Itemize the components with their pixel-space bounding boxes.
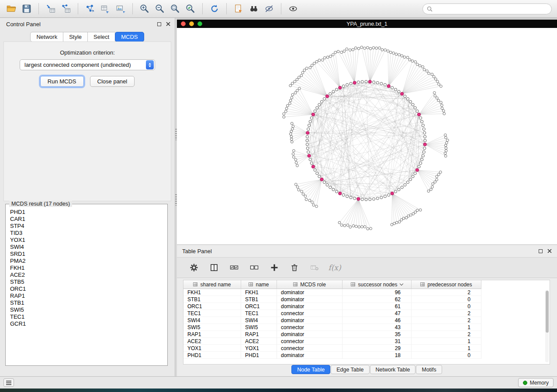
table-row[interactable]: YOX1YOX1connector291 (183, 345, 550, 352)
table-row[interactable]: TEC1TEC1connector472 (183, 310, 550, 317)
column-header-mcds-role[interactable]: MCDS role (277, 280, 343, 289)
table-cell[interactable]: dominator (277, 296, 343, 303)
open-session-button[interactable] (5, 3, 17, 15)
delete-column-button[interactable] (289, 262, 300, 273)
mcds-result-item[interactable]: YOX1 (10, 237, 166, 244)
table-cell[interactable]: STB1 (241, 296, 277, 303)
function-builder-button[interactable]: f(x) (329, 262, 340, 273)
select-all-columns-button[interactable] (228, 262, 240, 273)
table-cell[interactable]: connector (277, 324, 343, 331)
network-window-titlebar[interactable]: YPA_prune.txt_1 (177, 20, 557, 28)
table-cell[interactable]: ORC1 (241, 303, 277, 310)
optimization-criterion-select[interactable]: largest connected component (undirected) (20, 59, 155, 70)
network-canvas[interactable] (177, 28, 557, 244)
table-cell[interactable]: TEC1 (241, 310, 277, 317)
table-cell[interactable]: connector (277, 345, 343, 352)
table-cell[interactable]: 2 (412, 310, 481, 317)
run-mcds-button[interactable]: Run MCDS (40, 76, 84, 87)
table-cell[interactable]: 2 (412, 331, 481, 338)
save-session-button[interactable] (21, 3, 33, 15)
delete-table-button[interactable] (309, 262, 320, 273)
table-cell[interactable]: 29 (343, 345, 412, 352)
export-table-button[interactable] (99, 3, 111, 15)
table-row[interactable]: FKH1FKH1dominator962 (183, 289, 550, 296)
table-tab-motifs[interactable]: Motifs (416, 365, 442, 374)
show-columns-button[interactable] (208, 262, 220, 273)
table-cell[interactable]: ORC1 (183, 303, 241, 310)
column-header-name[interactable]: name (241, 280, 277, 289)
table-cell[interactable]: RAP1 (241, 331, 277, 338)
search-box[interactable] (422, 3, 552, 14)
import-table-button[interactable] (45, 3, 57, 15)
tab-style[interactable]: Style (63, 32, 88, 42)
mcds-result-list[interactable]: PHD1CAR1STP4TID3YOX1SWI4SRD1PMA2FKH1ACE2… (10, 209, 166, 364)
mcds-result-item[interactable]: ORC1 (10, 285, 166, 292)
mcds-result-item[interactable]: TEC1 (10, 313, 166, 320)
mcds-result-item[interactable]: SRD1 (10, 251, 166, 258)
tab-mcds[interactable]: MCDS (115, 32, 144, 42)
memory-status-button[interactable]: Memory (518, 378, 554, 387)
table-cell[interactable]: 31 (343, 338, 412, 345)
table-cell[interactable]: dominator (277, 289, 343, 296)
table-cell[interactable]: dominator (277, 317, 343, 324)
table-cell[interactable]: dominator (277, 303, 343, 310)
table-cell[interactable]: ACE2 (183, 338, 241, 345)
export-network-button[interactable] (84, 3, 96, 15)
table-cell[interactable]: 35 (343, 331, 412, 338)
table-row[interactable]: PHD1PHD1dominator180 (183, 352, 550, 359)
float-panel-icon[interactable] (157, 22, 161, 26)
table-tab-network-table[interactable]: Network Table (370, 365, 416, 374)
mcds-result-item[interactable]: SWI5 (10, 306, 166, 313)
refresh-network-button[interactable] (208, 3, 221, 15)
search-input[interactable] (435, 6, 547, 12)
table-cell[interactable]: 1 (412, 324, 481, 331)
table-cell[interactable]: dominator (277, 352, 343, 359)
float-panel-icon[interactable] (539, 249, 543, 253)
show-graphics-details-button[interactable] (287, 3, 299, 15)
close-panel-icon[interactable] (547, 249, 552, 253)
table-cell[interactable]: TEC1 (183, 310, 241, 317)
table-row[interactable]: SWI5SWI5connector431 (183, 324, 550, 331)
mcds-result-item[interactable]: STB1 (10, 299, 166, 306)
table-cell[interactable]: 1 (412, 338, 481, 345)
table-cell[interactable]: SWI4 (183, 317, 241, 324)
table-cell[interactable]: RAP1 (183, 331, 241, 338)
zoom-fit-button[interactable] (169, 3, 181, 15)
hide-graphics-button[interactable] (263, 3, 275, 15)
table-cell[interactable]: 96 (343, 289, 412, 296)
table-settings-button[interactable] (188, 262, 200, 273)
close-panel-icon[interactable] (166, 22, 170, 26)
table-cell[interactable]: 46 (343, 317, 412, 324)
table-cell[interactable]: SWI5 (241, 324, 277, 331)
table-row[interactable]: STB1STB1dominator620 (183, 296, 550, 303)
zoom-in-button[interactable] (138, 3, 151, 15)
tab-network[interactable]: Network (30, 32, 63, 42)
table-cell[interactable]: FKH1 (183, 289, 241, 296)
mcds-result-item[interactable]: TID3 (10, 230, 166, 237)
column-header-predecessor-nodes[interactable]: predecessor nodes (412, 280, 481, 289)
mcds-result-item[interactable]: RAP1 (10, 292, 166, 299)
table-row[interactable]: ORC1ORC1dominator610 (183, 303, 550, 310)
table-cell[interactable]: PHD1 (183, 352, 241, 359)
close-panel-button[interactable]: Close panel (90, 76, 135, 87)
import-network-button[interactable] (60, 3, 72, 15)
table-cell[interactable]: YOX1 (241, 345, 277, 352)
table-cell[interactable]: ACE2 (241, 338, 277, 345)
table-cell[interactable]: FKH1 (241, 289, 277, 296)
mcds-result-item[interactable]: PHD1 (10, 209, 166, 216)
mcds-result-item[interactable]: CAR1 (10, 216, 166, 223)
table-cell[interactable]: STB1 (183, 296, 241, 303)
table-row[interactable]: ACE2ACE2connector311 (183, 338, 550, 345)
mcds-result-item[interactable]: ACE2 (10, 272, 166, 279)
table-scrollbar[interactable] (545, 290, 549, 362)
table-row[interactable]: SWI4SWI4dominator462 (183, 317, 550, 324)
table-cell[interactable]: SWI4 (241, 317, 277, 324)
table-tab-node-table[interactable]: Node Table (291, 365, 330, 374)
table-cell[interactable]: YOX1 (183, 345, 241, 352)
table-tab-edge-table[interactable]: Edge Table (331, 365, 369, 374)
table-cell[interactable]: connector (277, 310, 343, 317)
table-cell[interactable]: 2 (412, 317, 481, 324)
export-image-button[interactable] (114, 3, 127, 15)
scrollbar-thumb[interactable] (546, 291, 549, 333)
tab-select[interactable]: Select (87, 32, 115, 42)
